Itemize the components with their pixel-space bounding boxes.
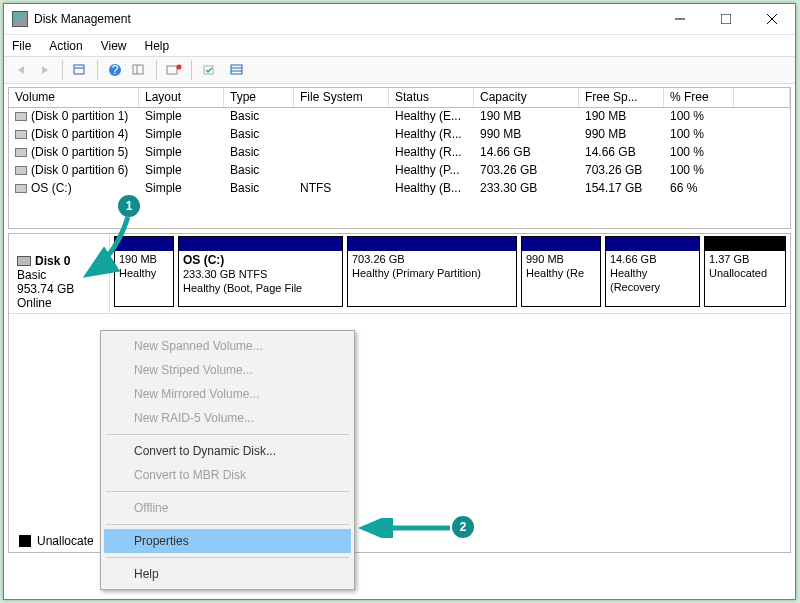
partition-block[interactable]: 14.66 GBHealthy (Recovery (605, 236, 700, 307)
help-button[interactable]: ? (104, 60, 126, 80)
titlebar: Disk Management (4, 4, 795, 34)
context-item[interactable]: Help (104, 562, 351, 586)
disk-icon (17, 256, 31, 266)
col-freespace[interactable]: Free Sp... (579, 88, 664, 107)
layout-button[interactable] (128, 60, 150, 80)
partition-block[interactable]: OS (C:)233.30 GB NTFSHealthy (Boot, Page… (178, 236, 343, 307)
volume-row[interactable]: (Disk 0 partition 4)SimpleBasicHealthy (… (9, 126, 790, 144)
column-headers: Volume Layout Type File System Status Ca… (9, 88, 790, 108)
context-menu: New Spanned Volume...New Striped Volume.… (100, 330, 355, 590)
settings-button[interactable] (163, 60, 185, 80)
context-separator (106, 524, 349, 525)
svg-rect-4 (74, 65, 84, 74)
menubar: File Action View Help (4, 34, 795, 56)
legend-label: Unallocate (37, 534, 94, 548)
disk-type: Basic (17, 268, 101, 282)
disk-status: Online (17, 296, 101, 310)
col-filesystem[interactable]: File System (294, 88, 389, 107)
context-item[interactable]: Properties (104, 529, 351, 553)
action-button[interactable] (198, 60, 220, 80)
menu-file[interactable]: File (12, 39, 31, 53)
menu-view[interactable]: View (101, 39, 127, 53)
svg-rect-1 (721, 14, 731, 24)
legend-unallocated: Unallocate (19, 534, 94, 548)
context-item: New Mirrored Volume... (104, 382, 351, 406)
menu-help[interactable]: Help (145, 39, 170, 53)
volume-row[interactable]: (Disk 0 partition 6)SimpleBasicHealthy (… (9, 162, 790, 180)
col-volume[interactable]: Volume (9, 88, 139, 107)
minimize-button[interactable] (657, 4, 703, 34)
forward-button[interactable] (34, 60, 56, 80)
partition-block[interactable]: 990 MBHealthy (Re (521, 236, 601, 307)
context-separator (106, 491, 349, 492)
context-separator (106, 557, 349, 558)
menu-action[interactable]: Action (49, 39, 82, 53)
disk-info-panel[interactable]: Disk 0 Basic 953.74 GB Online (9, 234, 110, 313)
disk-name: Disk 0 (35, 254, 70, 268)
context-item[interactable]: Convert to Dynamic Disk... (104, 439, 351, 463)
toolbar: ? (4, 56, 795, 84)
col-status[interactable]: Status (389, 88, 474, 107)
volume-row[interactable]: (Disk 0 partition 5)SimpleBasicHealthy (… (9, 144, 790, 162)
disk-size: 953.74 GB (17, 282, 101, 296)
back-button[interactable] (10, 60, 32, 80)
disk-row: Disk 0 Basic 953.74 GB Online 190 MBHeal… (9, 234, 790, 314)
svg-text:?: ? (112, 63, 119, 77)
views-button[interactable] (69, 60, 91, 80)
svg-rect-10 (167, 66, 177, 74)
partition-block[interactable]: 1.37 GBUnallocated (704, 236, 786, 307)
col-layout[interactable]: Layout (139, 88, 224, 107)
app-icon (12, 11, 28, 27)
svg-rect-8 (133, 65, 143, 74)
annotation-2: 2 (452, 516, 474, 538)
close-button[interactable] (749, 4, 795, 34)
svg-point-11 (177, 65, 182, 70)
legend-swatch-icon (19, 535, 31, 547)
partition-block[interactable]: 190 MBHealthy (114, 236, 174, 307)
context-item: Offline (104, 496, 351, 520)
svg-rect-13 (231, 65, 242, 74)
svg-rect-12 (204, 66, 213, 74)
annotation-1: 1 (118, 195, 140, 217)
context-item: New Spanned Volume... (104, 334, 351, 358)
col-type[interactable]: Type (224, 88, 294, 107)
col-pctfree[interactable]: % Free (664, 88, 734, 107)
volume-row[interactable]: (Disk 0 partition 1)SimpleBasicHealthy (… (9, 108, 790, 126)
context-item: New RAID-5 Volume... (104, 406, 351, 430)
col-capacity[interactable]: Capacity (474, 88, 579, 107)
list-button[interactable] (226, 60, 248, 80)
context-item: New Striped Volume... (104, 358, 351, 382)
partition-block[interactable]: 703.26 GBHealthy (Primary Partition) (347, 236, 517, 307)
partition-container: 190 MBHealthyOS (C:)233.30 GB NTFSHealth… (110, 234, 790, 313)
maximize-button[interactable] (703, 4, 749, 34)
window-title: Disk Management (34, 12, 657, 26)
context-separator (106, 434, 349, 435)
context-item: Convert to MBR Disk (104, 463, 351, 487)
